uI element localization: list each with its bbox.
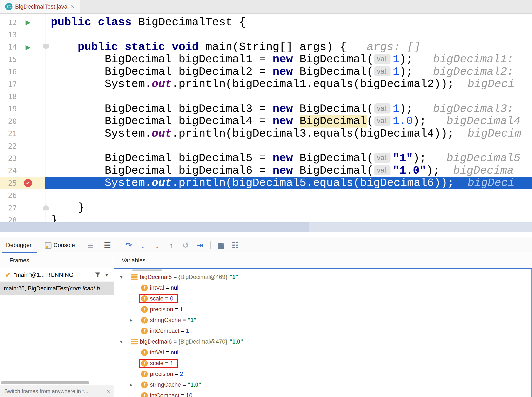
evaluate-expression-icon[interactable]: ▦ (216, 241, 227, 250)
frames-scrollbar[interactable] (1, 381, 89, 384)
variables-scrollbar[interactable] (531, 269, 532, 397)
variable-row-intCompact[interactable]: fintCompact = 10 (114, 390, 532, 397)
chevron-down-icon[interactable]: ▾ (118, 274, 125, 280)
line-number[interactable]: 12 (0, 18, 17, 27)
code-text[interactable]: } (45, 214, 57, 222)
gutter-cell[interactable]: 20 (0, 115, 45, 127)
variable-row-intVal[interactable]: fintVal = null (114, 282, 532, 293)
code-text[interactable]: System.out.println(bigDecimal5.equals(bi… (45, 177, 514, 189)
line-number[interactable]: 21 (0, 129, 17, 138)
step-into-icon[interactable]: ↓ (138, 241, 148, 250)
variable-row-scale[interactable]: fscale = 1 (114, 358, 532, 369)
variable-row-scale[interactable]: fscale = 0 (114, 293, 532, 304)
gutter-cell[interactable]: 25✓ (0, 177, 45, 189)
code-line-16[interactable]: 16 BigDecimal bigDecimal2 = new BigDecim… (0, 66, 532, 78)
line-number[interactable]: 19 (0, 105, 17, 113)
tab-console[interactable]: Console (45, 242, 75, 248)
code-text[interactable]: public class BigDecimalTest { (45, 16, 246, 28)
code-text[interactable]: BigDecimal bigDecimal2 = new BigDecimal(… (45, 66, 514, 78)
force-step-into-icon[interactable]: ↓ (152, 241, 163, 250)
gutter-cell[interactable]: 21 (0, 128, 45, 140)
gutter-cell[interactable]: 14▶ (0, 41, 45, 53)
gutter-cell[interactable]: 23 (0, 152, 45, 164)
gutter-cell[interactable]: 18 (0, 90, 45, 103)
param-hint-badge[interactable]: val: (374, 66, 390, 76)
code-line-21[interactable]: 21 System.out.println(bigDecimal3.equals… (0, 128, 532, 140)
code-line-15[interactable]: 15 BigDecimal bigDecimal1 = new BigDecim… (0, 53, 532, 65)
code-line-14[interactable]: 14▶ public static void main(String[] arg… (0, 41, 532, 53)
thread-row[interactable]: ✔ "main"@1... RUNNING ▾ (0, 268, 114, 282)
code-text[interactable]: System.out.println(bigDecimal3.equals(bi… (45, 128, 521, 140)
filter-icon[interactable] (95, 272, 101, 278)
line-number[interactable]: 17 (0, 80, 17, 88)
menu-icon[interactable]: ☰ (87, 242, 93, 249)
tooltip-close-icon[interactable]: × (106, 388, 110, 395)
line-number[interactable]: 28 (0, 216, 17, 222)
line-number[interactable]: 23 (0, 154, 17, 163)
line-number[interactable]: 15 (0, 55, 17, 64)
code-line-28[interactable]: 28} (0, 214, 532, 222)
code-line-20[interactable]: 20 BigDecimal bigDecimal4 = new BigDecim… (0, 115, 532, 127)
code-line-24[interactable]: 24 BigDecimal bigDecimal6 = new BigDecim… (0, 165, 532, 177)
chevron-down-icon[interactable]: ▾ (105, 272, 108, 278)
scrollbar-thumb[interactable] (0, 222, 309, 232)
gutter-cell[interactable]: 13 (0, 28, 45, 41)
variable-row-precision[interactable]: fprecision = 1 (114, 304, 532, 315)
gutter-cell[interactable]: 28 (0, 214, 45, 222)
run-to-cursor-icon[interactable]: ⇥ (194, 241, 205, 250)
line-number[interactable]: 14 (0, 43, 17, 51)
gutter-cell[interactable]: 27 (0, 202, 45, 214)
variable-row-intVal[interactable]: fintVal = null (114, 347, 532, 358)
chevron-right-icon[interactable]: ▸ (127, 317, 135, 323)
code-line-19[interactable]: 19 BigDecimal bigDecimal3 = new BigDecim… (0, 103, 532, 115)
code-text[interactable]: BigDecimal bigDecimal5 = new BigDecimal(… (45, 152, 520, 164)
code-line-13[interactable]: 13 (0, 28, 532, 41)
stack-frame-row[interactable]: main:25, BigDecimalTest (com.fcant.b (0, 282, 114, 295)
code-line-27[interactable]: 27 } (0, 202, 532, 214)
variable-row-bigDecimal6[interactable]: ▾bigDecimal6 = {BigDecimal@470}"1.0" (114, 336, 532, 347)
gutter-cell[interactable]: 12▶ (0, 16, 45, 28)
param-hint-badge[interactable]: val: (374, 54, 390, 64)
tab-debugger[interactable]: Debugger (6, 242, 32, 248)
gutter-cell[interactable]: 24 (0, 165, 45, 177)
variable-row-intCompact[interactable]: fintCompact = 1 (114, 325, 532, 336)
layout-settings-icon[interactable]: ☷ (230, 241, 241, 250)
param-hint-badge[interactable]: val: (374, 153, 390, 163)
param-hint-badge[interactable]: val: (374, 165, 390, 175)
chevron-right-icon[interactable]: ▸ (127, 382, 135, 388)
line-number[interactable]: 13 (0, 30, 17, 39)
line-number[interactable]: 27 (0, 204, 17, 212)
variable-row-stringCache[interactable]: ▸fstringCache = "1" (114, 315, 532, 325)
chevron-down-icon[interactable]: ▾ (118, 339, 125, 345)
code-text[interactable]: } (45, 202, 84, 214)
line-number[interactable]: 20 (0, 117, 17, 126)
code-editor[interactable]: 12▶public class BigDecimalTest {1314▶ pu… (0, 13, 532, 222)
code-text[interactable]: BigDecimal bigDecimal6 = new BigDecimal(… (45, 165, 514, 177)
line-number[interactable]: 24 (0, 166, 17, 175)
line-number[interactable]: 22 (0, 142, 17, 150)
line-number[interactable]: 25 (0, 179, 17, 187)
gutter-cell[interactable]: 16 (0, 66, 45, 78)
code-line-22[interactable]: 22 (0, 140, 532, 152)
variable-row-stringCache[interactable]: ▸fstringCache = "1.0" (114, 379, 532, 390)
code-line-17[interactable]: 17 System.out.println(bigDecimal1.equals… (0, 78, 532, 90)
line-number[interactable]: 26 (0, 191, 17, 200)
code-line-12[interactable]: 12▶public class BigDecimalTest { (0, 16, 532, 28)
breakpoint-icon[interactable]: ✓ (24, 179, 32, 187)
variable-row-precision[interactable]: fprecision = 2 (114, 369, 532, 379)
gutter-cell[interactable]: 22 (0, 140, 45, 152)
view-options-icon[interactable]: ☰ (102, 241, 113, 250)
code-text[interactable]: BigDecimal bigDecimal4 = new BigDecimal(… (45, 115, 520, 127)
code-line-26[interactable]: 26 (0, 189, 532, 201)
param-hint-badge[interactable]: val: (374, 116, 390, 126)
close-icon[interactable]: × (71, 3, 75, 10)
code-text[interactable]: BigDecimal bigDecimal3 = new BigDecimal(… (45, 103, 514, 115)
gutter-cell[interactable]: 19 (0, 103, 45, 115)
step-out-icon[interactable]: ↑ (166, 241, 177, 250)
param-hint-badge[interactable]: val: (374, 103, 390, 113)
code-text[interactable]: System.out.println(bigDecimal1.equals(bi… (45, 78, 514, 90)
editor-horizontal-scrollbar[interactable] (0, 222, 532, 232)
gutter-cell[interactable]: 26 (0, 189, 45, 201)
step-over-icon[interactable]: ↷ (124, 241, 134, 250)
code-text[interactable]: BigDecimal bigDecimal1 = new BigDecimal(… (45, 53, 514, 65)
